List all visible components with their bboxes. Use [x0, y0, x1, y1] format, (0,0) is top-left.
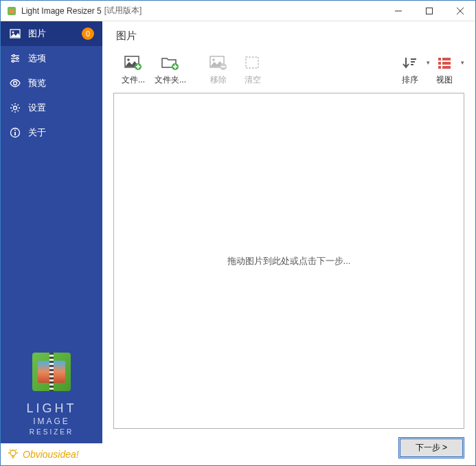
app-title-suffix: [试用版本] [104, 5, 142, 16]
svg-rect-44 [442, 58, 451, 60]
image-remove-icon [209, 55, 228, 71]
obviousidea-label: Obviousidea! [23, 449, 79, 460]
view-list-icon [435, 55, 454, 71]
remove-button: 移除 [201, 54, 236, 87]
window-controls [383, 1, 475, 21]
svg-rect-3 [426, 8, 432, 14]
svg-point-19 [10, 450, 16, 456]
svg-rect-47 [438, 66, 441, 69]
content-area: 图片 文件... 文件夹... [102, 21, 475, 465]
svg-point-14 [14, 82, 17, 85]
brand-text: LIGHT IMAGE RESIZER [8, 401, 95, 436]
sliders-icon [9, 52, 21, 65]
brand-icon [32, 353, 71, 391]
tool-label: 排序 [402, 74, 418, 86]
sidebar-item-label: 图片 [28, 27, 46, 40]
sidebar-item-label: 设置 [28, 102, 46, 114]
minimize-button[interactable] [383, 1, 413, 21]
brand-line3: RESIZER [8, 428, 95, 436]
svg-point-15 [14, 107, 17, 110]
sidebar-item-label: 选项 [28, 52, 46, 65]
tool-label: 文件夹... [155, 74, 186, 86]
add-files-button[interactable]: 文件... [116, 54, 150, 87]
file-add-icon [124, 55, 143, 71]
tool-label: 清空 [245, 74, 261, 86]
sidebar-item-options[interactable]: 选项 [1, 46, 102, 71]
sidebar: 图片 0 选项 预览 设置 [1, 21, 102, 465]
close-button[interactable] [444, 1, 475, 21]
brand-logo-area: LIGHT IMAGE RESIZER [1, 346, 102, 443]
svg-rect-48 [442, 66, 451, 69]
sidebar-item-label: 关于 [28, 126, 46, 139]
sidebar-item-about[interactable]: 关于 [1, 120, 102, 145]
titlebar: Light Image Resizer 5 [试用版本] [1, 1, 475, 21]
tool-label: 视图 [436, 74, 453, 86]
footer: 下一步 > [113, 437, 464, 458]
svg-rect-1 [9, 9, 14, 13]
info-icon [9, 126, 21, 139]
svg-point-35 [212, 58, 215, 61]
svg-point-27 [127, 58, 130, 61]
sort-icon [400, 55, 420, 71]
chevron-down-icon: ▾ [461, 59, 464, 66]
next-button[interactable]: 下一步 > [398, 437, 464, 458]
folder-add-icon [161, 55, 180, 71]
brand-line2: IMAGE [8, 417, 95, 428]
svg-rect-38 [246, 57, 258, 68]
tool-label: 移除 [210, 74, 227, 86]
svg-point-13 [12, 60, 14, 63]
clear-icon [243, 55, 262, 71]
page-title: 图片 [113, 30, 464, 43]
add-folder-button[interactable]: 文件夹... [150, 54, 190, 87]
image-count-badge: 0 [82, 27, 94, 40]
svg-line-25 [16, 450, 16, 450]
main: 图片 0 选项 预览 设置 [1, 21, 475, 465]
svg-point-7 [12, 32, 14, 34]
svg-line-24 [10, 450, 10, 450]
eye-icon [9, 77, 21, 89]
sidebar-item-images[interactable]: 图片 0 [1, 21, 102, 46]
app-icon [6, 5, 17, 16]
svg-rect-43 [438, 58, 441, 60]
sidebar-item-settings[interactable]: 设置 [1, 96, 102, 120]
drop-area[interactable]: 拖动图片到此处或点击下一步... [113, 93, 464, 429]
toolbar: 文件... 文件夹... 移除 [113, 54, 464, 87]
sidebar-item-label: 预览 [28, 77, 46, 89]
app-window: Light Image Resizer 5 [试用版本] 图片 0 [0, 0, 476, 466]
svg-point-11 [16, 58, 19, 60]
svg-rect-45 [438, 62, 441, 65]
svg-point-9 [13, 55, 15, 57]
clear-button: 清空 [236, 54, 270, 87]
maximize-button[interactable] [413, 1, 444, 21]
lightbulb-icon [6, 447, 20, 461]
image-icon [9, 27, 21, 40]
app-title: Light Image Resizer 5 [21, 6, 102, 16]
drop-placeholder: 拖动图片到此处或点击下一步... [227, 255, 351, 267]
tool-label: 文件... [122, 74, 145, 86]
gear-icon [9, 102, 21, 114]
sort-button[interactable]: 排序 ▾ [393, 54, 427, 87]
obviousidea-link[interactable]: Obviousidea! [1, 443, 102, 465]
brand-line1: LIGHT [8, 401, 95, 417]
view-button[interactable]: 视图 ▾ [427, 54, 462, 87]
svg-point-18 [14, 130, 16, 131]
sidebar-item-preview[interactable]: 预览 [1, 71, 102, 96]
svg-rect-46 [442, 62, 451, 65]
